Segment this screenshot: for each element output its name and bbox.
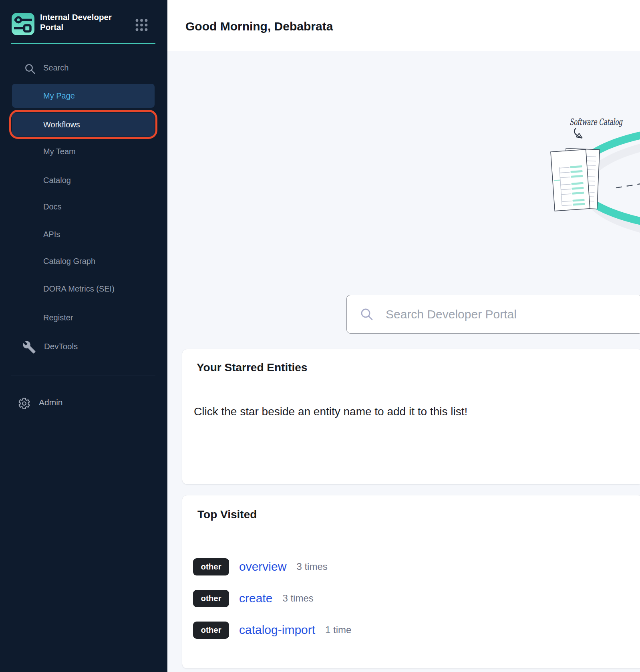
- visit-count: 3 times: [296, 561, 327, 572]
- software-catalog-illustration: Software Catalog: [473, 92, 640, 256]
- sidebar-item-devtools[interactable]: DevTools: [0, 338, 167, 356]
- sidebar-item-search[interactable]: Search: [0, 59, 167, 79]
- apps-grid-icon[interactable]: [135, 18, 148, 33]
- visit-count: 3 times: [282, 593, 313, 604]
- sidebar-item-my-team[interactable]: My Team: [43, 146, 76, 157]
- kind-badge: other: [193, 622, 229, 639]
- sidebar-item-label: Workflows: [43, 120, 80, 129]
- sidebar: Internal Developer Portal Search My Page…: [0, 0, 167, 672]
- page-header: Good Morning, Debabrata: [167, 0, 640, 51]
- entity-link-create[interactable]: create: [239, 592, 272, 605]
- sidebar-item-admin[interactable]: Admin: [0, 394, 167, 412]
- entity-link-catalog-import[interactable]: catalog-import: [239, 623, 315, 637]
- brand-divider: [11, 43, 155, 44]
- kind-badge: other: [193, 558, 229, 575]
- starred-entities-card: Your Starred Entities Click the star bes…: [182, 349, 640, 484]
- starred-entities-title: Your Starred Entities: [197, 361, 307, 374]
- idp-home-page: { "sidebar": { "title": "Internal Develo…: [0, 0, 640, 672]
- app-title: Internal Developer Portal: [40, 12, 126, 32]
- gear-icon: [18, 397, 31, 410]
- top-visited-row: other create 3 times: [193, 590, 314, 607]
- sidebar-item-my-page[interactable]: My Page: [12, 84, 155, 108]
- workflow-logo-glyph: [12, 13, 34, 35]
- sidebar-item-catalog-graph[interactable]: Catalog Graph: [43, 256, 95, 267]
- kind-badge: other: [193, 590, 229, 607]
- sidebar-item-label: DevTools: [44, 342, 78, 351]
- sidebar-item-workflows[interactable]: Workflows: [12, 113, 155, 137]
- top-visited-title: Top Visited: [197, 508, 257, 521]
- top-visited-row: other catalog-import 1 time: [193, 621, 351, 639]
- sidebar-divider: [34, 331, 127, 331]
- sidebar-item-label: Admin: [39, 398, 63, 407]
- sidebar-item-docs[interactable]: Docs: [43, 201, 62, 212]
- sidebar-item-label: Search: [43, 63, 68, 72]
- starred-empty-message: Click the star beside an entity name to …: [194, 405, 467, 418]
- portal-search-bar: [346, 295, 640, 334]
- dashed-line: [616, 184, 640, 188]
- greeting-title: Good Morning, Debabrata: [185, 20, 333, 33]
- app-logo-icon[interactable]: [12, 13, 34, 35]
- arrow-head: [576, 133, 582, 138]
- visit-count: 1 time: [325, 624, 351, 636]
- document-front-page: [551, 149, 590, 211]
- top-visited-row: other overview 3 times: [193, 558, 328, 575]
- illustration-label: Software Catalog: [570, 117, 623, 127]
- sidebar-item-label: My Page: [43, 91, 75, 101]
- sidebar-item-apis[interactable]: APIs: [43, 229, 60, 240]
- top-visited-card: Top Visited other overview 3 times other…: [182, 495, 640, 668]
- sidebar-item-register[interactable]: Register: [43, 312, 73, 323]
- sidebar-item-dora-metrics[interactable]: DORA Metrics (SEI): [43, 283, 115, 294]
- search-icon: [360, 308, 374, 321]
- sidebar-item-catalog[interactable]: Catalog: [43, 175, 71, 186]
- wrench-icon: [22, 340, 36, 354]
- entity-link-overview[interactable]: overview: [239, 560, 286, 573]
- search-input[interactable]: [386, 308, 610, 321]
- sidebar-divider: [11, 376, 155, 376]
- search-icon: [24, 63, 36, 75]
